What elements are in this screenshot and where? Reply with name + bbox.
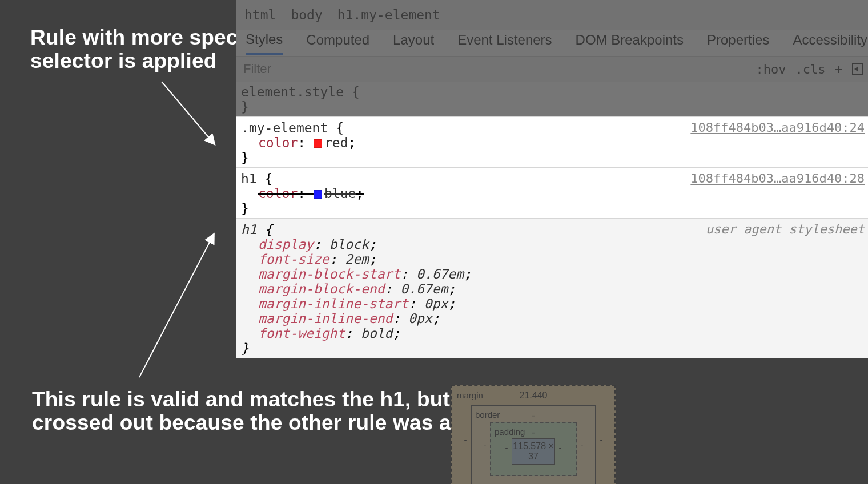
tab-accessibility[interactable]: Accessibility [793, 32, 867, 54]
breadcrumb: html body h1.my-element [236, 0, 868, 30]
cls-toggle[interactable]: .cls [795, 62, 826, 76]
svg-line-0 [162, 82, 214, 144]
source-link[interactable]: 108ff484b03…aa916d40:24 [690, 120, 865, 135]
hov-toggle[interactable]: :hov [756, 62, 786, 76]
arrow-to-crossed-rule [134, 231, 225, 385]
arrow-to-applied-rule [157, 77, 226, 154]
color-swatch-blue[interactable] [314, 190, 322, 199]
box-model: margin 21.440 - border - - padding - [451, 385, 616, 484]
user-agent-label: user agent stylesheet [706, 222, 865, 236]
tab-dom-breakpoints[interactable]: DOM Breakpoints [576, 32, 684, 54]
svg-line-1 [139, 235, 214, 377]
tab-computed[interactable]: Computed [306, 32, 369, 54]
source-link[interactable]: 108ff484b03…aa916d40:28 [690, 171, 865, 185]
breadcrumb-item-html[interactable]: html [244, 7, 276, 22]
box-model-margin-top: 21.440 [452, 390, 614, 401]
element-style-block[interactable]: element.style { } [236, 82, 868, 116]
annotation-specific-selector: Rule with more specific selector is appl… [30, 26, 269, 72]
box-model-content: 115.578 × 37 [512, 438, 555, 465]
tab-layout[interactable]: Layout [393, 32, 434, 54]
tab-event-listeners[interactable]: Event Listeners [457, 32, 552, 54]
filter-input[interactable] [243, 62, 756, 76]
breadcrumb-item-body[interactable]: body [291, 7, 322, 22]
box-model-padding-top: - [491, 427, 576, 438]
tab-properties[interactable]: Properties [707, 32, 769, 54]
devtools-styles-panel: html body h1.my-element Styles Computed … [236, 0, 868, 484]
box-model-border-top: - [472, 410, 595, 421]
rule-h1-author[interactable]: 108ff484b03…aa916d40:28 h1 { color: blue… [236, 168, 868, 219]
filter-bar: :hov .cls + [236, 57, 868, 82]
rule-h1-user-agent: user agent stylesheet h1 { display: bloc… [236, 219, 868, 358]
devtools-tabs: Styles Computed Layout Event Listeners D… [236, 30, 868, 56]
box-model-margin-right: - [596, 435, 606, 445]
box-model-margin-left: - [460, 435, 471, 445]
tab-styles[interactable]: Styles [246, 31, 283, 55]
breadcrumb-item-h1[interactable]: h1.my-element [337, 7, 440, 22]
color-swatch-red[interactable] [314, 139, 322, 148]
panel-toggle-icon[interactable] [852, 63, 863, 75]
rules-list: 108ff484b03…aa916d40:24 .my-element { co… [236, 116, 868, 358]
rule-my-element[interactable]: 108ff484b03…aa916d40:24 .my-element { co… [236, 117, 868, 168]
new-style-rule-icon[interactable]: + [835, 61, 843, 77]
